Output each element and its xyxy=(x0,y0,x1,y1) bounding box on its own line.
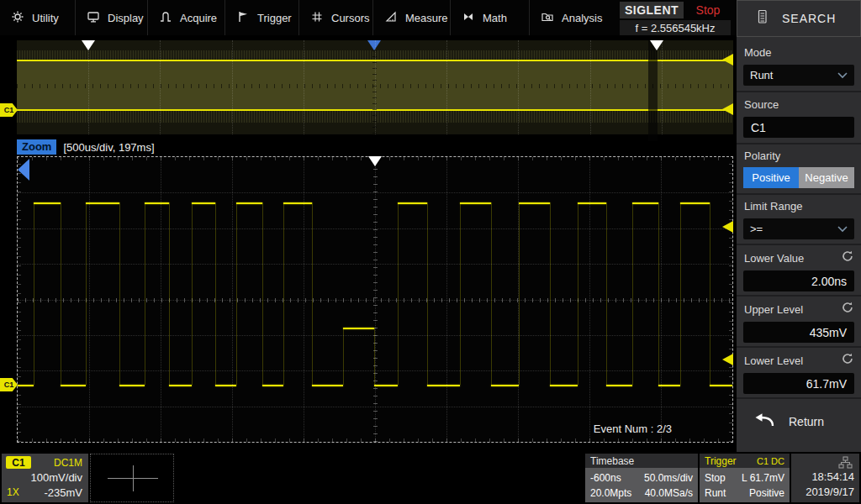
lower-level-field[interactable]: 61.7mV xyxy=(743,373,854,394)
timebase-samplerate: 40.0MSa/s xyxy=(645,487,693,499)
waveform-segment xyxy=(460,202,491,204)
search-panel-title: SEARCH xyxy=(782,12,836,25)
channel1-descriptor[interactable]: C1 DC1M 100mV/div 1X -235mV xyxy=(2,454,88,502)
waveform-edge xyxy=(192,202,193,385)
waveform-edge xyxy=(86,202,87,385)
waveform-segment xyxy=(262,385,284,386)
lower-value-section: Lower Value 2.00ns xyxy=(737,245,861,297)
timebase-scale: 50.0ms/div xyxy=(644,472,693,484)
polarity-positive-button[interactable]: Positive xyxy=(743,167,799,188)
return-button[interactable]: Return xyxy=(753,411,824,432)
siglent-logo: SIGLENT xyxy=(620,2,684,18)
polarity-section: Polarity Positive Negative xyxy=(737,144,861,195)
trigger-descriptor[interactable]: Trigger C1 DC Stop L 61.7mV Runt Positiv… xyxy=(700,454,790,502)
clipboard-icon xyxy=(756,9,769,28)
system-date: 2019/9/17 xyxy=(806,486,854,498)
trigger-source: C1 DC xyxy=(757,456,784,466)
channel1-scale: 100mV/div xyxy=(31,471,82,484)
upper-level-marker[interactable] xyxy=(722,221,733,233)
trigger-status: Stop xyxy=(705,472,726,484)
main-sweep-strip xyxy=(17,40,733,134)
timebase-descriptor[interactable]: Timebase -600ns 50.0ms/div 20.0Mpts 40.0… xyxy=(585,454,698,502)
lower-value-label: Lower Value xyxy=(744,252,804,265)
upper-level-label: Upper Level xyxy=(744,303,803,316)
upper-level-marker[interactable] xyxy=(722,54,733,66)
menu-acquire-label: Acquire xyxy=(180,12,217,24)
gear-icon xyxy=(11,10,24,26)
waveform-edge xyxy=(606,202,607,385)
gridline xyxy=(18,228,732,229)
menu-cursors-label: Cursors xyxy=(331,12,370,24)
channel-offset-marker[interactable]: C1 xyxy=(0,103,18,117)
gridline xyxy=(232,40,233,134)
return-arrow-icon xyxy=(753,411,775,432)
waveform-edge xyxy=(215,202,216,385)
waveform-edge xyxy=(262,202,263,385)
gridline xyxy=(18,370,732,371)
menu-math-label: Math xyxy=(483,12,507,24)
menu-utility-label: Utility xyxy=(32,12,59,24)
polarity-label: Polarity xyxy=(744,150,780,162)
waveform-segment xyxy=(119,385,145,386)
menu-analysis[interactable]: Analysis xyxy=(530,0,610,35)
gridline xyxy=(18,192,732,193)
lower-level-label: Lower Level xyxy=(744,354,803,367)
waveform-edge xyxy=(236,202,237,385)
trigger-frequency-readout: f = 2.556545kHz xyxy=(620,20,731,35)
refresh-icon[interactable] xyxy=(841,352,854,369)
timebase-title: Timebase xyxy=(590,455,634,467)
gridline xyxy=(18,300,732,301)
waveform-segment xyxy=(519,202,550,204)
crosshatch-icon xyxy=(310,10,324,26)
source-section: Source C1 xyxy=(737,92,861,144)
zoom-badge: Zoom xyxy=(17,139,56,155)
mode-value: Runt xyxy=(750,69,773,81)
system-time: 18:54:14 xyxy=(811,470,854,483)
mode-section: Mode Runt xyxy=(737,37,861,92)
menu-trigger[interactable]: Trigger xyxy=(225,0,299,35)
channel-offset-marker[interactable]: C1 xyxy=(0,378,18,391)
trigger-level: L 61.7mV xyxy=(742,472,784,484)
mode-dropdown[interactable]: Runt xyxy=(743,65,854,86)
refresh-icon[interactable] xyxy=(841,249,854,266)
menu-analysis-label: Analysis xyxy=(562,12,602,24)
waveform-edge xyxy=(119,202,120,385)
menu-utility[interactable]: Utility xyxy=(0,0,76,35)
lower-level-marker[interactable] xyxy=(722,103,733,115)
zoom-region-indicator[interactable] xyxy=(648,40,658,141)
waveform-edge xyxy=(658,202,659,385)
waveform-edge xyxy=(632,202,633,385)
lower-value: 2.00ns xyxy=(811,275,847,288)
pulse-icon xyxy=(159,10,172,26)
polarity-negative-button[interactable]: Negative xyxy=(799,167,854,188)
menu-cursors[interactable]: Cursors xyxy=(299,0,373,35)
timebase-points: 20.0Mpts xyxy=(590,487,631,499)
lower-level-marker[interactable] xyxy=(722,354,733,365)
waveform-edge xyxy=(550,202,551,385)
limit-range-dropdown[interactable]: >= xyxy=(743,218,854,239)
menu-acquire[interactable]: Acquire xyxy=(148,0,225,35)
lower-value-field[interactable]: 2.00ns xyxy=(743,270,854,291)
chevron-down-icon xyxy=(837,69,848,81)
waveform-segment xyxy=(606,385,632,386)
upper-level-field[interactable]: 435mV xyxy=(743,322,854,343)
menu-display[interactable]: Display xyxy=(76,0,148,35)
source-field[interactable]: C1 xyxy=(743,117,854,138)
network-icon[interactable] xyxy=(838,456,853,471)
flag-icon xyxy=(236,10,250,26)
refresh-icon[interactable] xyxy=(841,301,854,318)
waveform-edge xyxy=(427,202,428,385)
waveform-segment xyxy=(283,202,312,204)
acquisition-status[interactable]: Stop xyxy=(687,2,729,18)
menu-math[interactable]: Math xyxy=(451,0,530,35)
waveform-segment xyxy=(343,328,374,329)
waveform-edge xyxy=(343,328,344,385)
waveform-segment xyxy=(374,385,398,386)
status-bar: C1 DC1M 100mV/div 1X -235mV Timebase -60… xyxy=(0,452,861,504)
waveform-edge xyxy=(680,202,681,385)
waveform-segment xyxy=(550,385,578,386)
add-channel-slot[interactable] xyxy=(90,454,174,502)
menu-measure[interactable]: Measure xyxy=(373,0,451,35)
brand-status-area: SIGLENT Stop f = 2.556545kHz xyxy=(620,0,731,35)
menu-measure-label: Measure xyxy=(405,12,448,24)
